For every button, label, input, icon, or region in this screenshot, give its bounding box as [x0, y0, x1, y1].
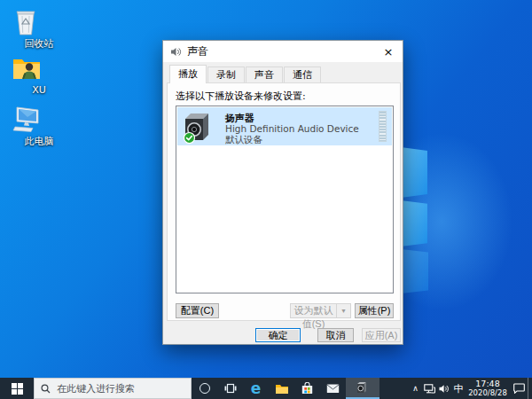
- set-default-button[interactable]: 设为默认值(S): [290, 303, 337, 318]
- device-listbox[interactable]: 扬声器 High Definition Audio Device 默认设备: [176, 106, 394, 293]
- speaker-app-icon: [356, 380, 370, 395]
- ime-indicator[interactable]: 中: [451, 378, 466, 399]
- tab-strip: 播放 录制 声音 通信: [169, 65, 322, 83]
- taskbar-search-input[interactable]: 在此键入进行搜索: [34, 378, 192, 399]
- taskbar: 在此键入进行搜索 e: [0, 378, 532, 399]
- device-description: High Definition Audio Device: [225, 123, 359, 134]
- ok-button[interactable]: 确定: [255, 328, 301, 342]
- volume-level-meter: [379, 111, 387, 142]
- cancel-button[interactable]: 取消: [317, 328, 354, 342]
- action-center-button[interactable]: [510, 378, 528, 399]
- action-center-icon: [513, 383, 525, 394]
- network-tray-button[interactable]: [422, 378, 437, 399]
- sound-dialog: 声音 × 播放 录制 声音 通信 选择以下播放设备来修改设置:: [162, 40, 403, 345]
- dialog-title: 声音: [187, 44, 208, 59]
- recycle-bin-icon: [11, 5, 67, 37]
- this-pc-icon: [11, 103, 67, 135]
- dialog-titlebar[interactable]: 声音 ×: [163, 41, 403, 62]
- file-explorer-button[interactable]: [269, 378, 294, 399]
- search-icon: [41, 384, 51, 394]
- volume-tray-button[interactable]: [437, 378, 451, 399]
- device-item-speakers[interactable]: 扬声器 High Definition Audio Device 默认设备: [177, 107, 392, 145]
- tab-recording[interactable]: 录制: [207, 66, 245, 83]
- store-button[interactable]: [294, 378, 320, 399]
- clock-date: 2020/8/28: [468, 388, 507, 397]
- edge-icon: e: [251, 379, 262, 398]
- tab-communications[interactable]: 通信: [284, 66, 321, 83]
- clock-time: 17:48: [475, 379, 499, 388]
- configure-button[interactable]: 配置(C): [176, 303, 219, 318]
- speaker-device-icon: [182, 110, 212, 144]
- playback-tab-page: 选择以下播放设备来修改设置: 扬声器: [167, 82, 401, 321]
- cortana-icon: [200, 383, 210, 394]
- hidden-icons-button[interactable]: ∧: [409, 378, 422, 399]
- mail-icon: [326, 383, 340, 394]
- tab-playback[interactable]: 播放: [169, 65, 207, 83]
- device-default-status: 默认设备: [225, 134, 262, 146]
- windows-logo-pane: [401, 249, 428, 293]
- mail-button[interactable]: [320, 378, 346, 399]
- task-view-icon: [224, 383, 237, 394]
- tab-sounds[interactable]: 声音: [246, 66, 283, 83]
- desktop-icon-label: XU: [11, 85, 67, 96]
- desktop-icon-label: 回收站: [11, 39, 67, 50]
- show-desktop-button[interactable]: [528, 378, 532, 399]
- store-icon: [301, 382, 314, 395]
- windows-start-icon: [12, 383, 23, 395]
- file-explorer-icon: [275, 383, 289, 395]
- desktop-icon-user-folder[interactable]: XU: [11, 53, 67, 96]
- volume-icon: [439, 384, 450, 394]
- instruction-text: 选择以下播放设备来修改设置:: [176, 90, 306, 103]
- speaker-icon: [170, 46, 182, 58]
- system-tray: ∧ 中: [409, 378, 532, 399]
- start-button[interactable]: [0, 378, 34, 399]
- desktop-icon-label: 此电脑: [11, 137, 67, 147]
- set-default-dropdown-button[interactable]: ▼: [336, 303, 351, 318]
- close-button[interactable]: ×: [374, 41, 403, 62]
- user-folder-icon: [11, 53, 67, 83]
- edge-button[interactable]: e: [243, 378, 269, 399]
- windows-logo-pane: [401, 147, 427, 198]
- windows-logo-pane: [401, 200, 427, 246]
- apply-button[interactable]: 应用(A): [362, 328, 401, 342]
- taskbar-clock[interactable]: 17:48 2020/8/28: [466, 378, 510, 399]
- desktop-icon-recycle-bin[interactable]: 回收站: [11, 5, 67, 50]
- search-placeholder: 在此键入进行搜索: [57, 382, 135, 395]
- sound-control-taskbar-button[interactable]: [346, 378, 379, 399]
- cortana-button[interactable]: [192, 378, 217, 399]
- task-view-button[interactable]: [217, 378, 243, 399]
- desktop-screen: 回收站 XU 此电脑: [0, 0, 532, 399]
- desktop-icon-this-pc[interactable]: 此电脑: [11, 103, 67, 147]
- properties-button[interactable]: 属性(P): [355, 303, 394, 318]
- network-icon: [424, 384, 435, 394]
